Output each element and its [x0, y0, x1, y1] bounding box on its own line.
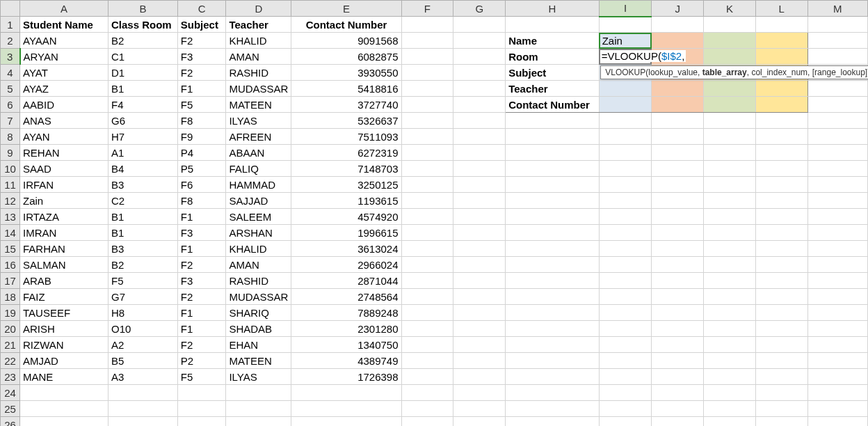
- cell-A9[interactable]: REHAN: [20, 145, 108, 161]
- cell-F12[interactable]: [401, 193, 453, 209]
- cell-J22[interactable]: [652, 353, 704, 369]
- cell-C21[interactable]: F2: [177, 337, 226, 353]
- cell-L11[interactable]: [755, 177, 807, 193]
- cell-I26[interactable]: [599, 417, 652, 427]
- cell-F5[interactable]: [401, 81, 453, 97]
- cell-J8[interactable]: [652, 129, 704, 145]
- col-header-I[interactable]: I: [599, 1, 652, 17]
- col-header-A[interactable]: A: [20, 1, 108, 17]
- col-header-C[interactable]: C: [177, 1, 226, 17]
- cell-L26[interactable]: [755, 417, 807, 427]
- cell-D19[interactable]: SHARIQ: [226, 305, 291, 321]
- cell-M24[interactable]: [807, 385, 867, 401]
- cell-A13[interactable]: IRTAZA: [20, 209, 108, 225]
- cell-F2[interactable]: [401, 33, 453, 49]
- cell-J1[interactable]: [652, 17, 704, 33]
- cell-F19[interactable]: [401, 305, 453, 321]
- row-header-17[interactable]: 17: [1, 273, 20, 289]
- cell-J9[interactable]: [652, 145, 704, 161]
- cell-B20[interactable]: O10: [108, 321, 178, 337]
- row-header-20[interactable]: 20: [1, 321, 20, 337]
- cell-F26[interactable]: [401, 417, 453, 427]
- cell-H9[interactable]: [506, 145, 599, 161]
- cell-E18[interactable]: 2748564: [291, 289, 401, 305]
- cell-D16[interactable]: AMAN: [226, 257, 291, 273]
- cell-L9[interactable]: [755, 145, 807, 161]
- cell-K14[interactable]: [704, 225, 756, 241]
- cell-H22[interactable]: [506, 353, 599, 369]
- cell-B6[interactable]: F4: [108, 97, 178, 113]
- cell-H4[interactable]: Subject: [506, 65, 599, 81]
- cell-I1[interactable]: [599, 17, 652, 33]
- cell-G17[interactable]: [453, 273, 506, 289]
- cell-M1[interactable]: [807, 17, 867, 33]
- cell-G9[interactable]: [453, 145, 506, 161]
- cell-L14[interactable]: [755, 225, 807, 241]
- cell-B1[interactable]: Class Room: [108, 17, 178, 33]
- cell-G5[interactable]: [453, 81, 506, 97]
- cell-L24[interactable]: [755, 385, 807, 401]
- row-header-4[interactable]: 4: [1, 65, 20, 81]
- cell-I8[interactable]: [599, 129, 652, 145]
- cell-L7[interactable]: [755, 113, 807, 129]
- cell-H17[interactable]: [506, 273, 599, 289]
- cell-H12[interactable]: [506, 193, 599, 209]
- cell-A6[interactable]: AABID: [20, 97, 108, 113]
- cell-B21[interactable]: A2: [108, 337, 178, 353]
- cell-K25[interactable]: [704, 401, 756, 417]
- cell-L17[interactable]: [755, 273, 807, 289]
- cell-M18[interactable]: [807, 289, 867, 305]
- cell-J11[interactable]: [652, 177, 704, 193]
- cell-H8[interactable]: [506, 129, 599, 145]
- cell-M5[interactable]: [807, 81, 867, 97]
- cell-E23[interactable]: 1726398: [291, 369, 401, 385]
- cell-F3[interactable]: [401, 49, 453, 65]
- cell-A11[interactable]: IRFAN: [20, 177, 108, 193]
- cell-M16[interactable]: [807, 257, 867, 273]
- cell-I23[interactable]: [599, 369, 652, 385]
- cell-F23[interactable]: [401, 369, 453, 385]
- row-header-6[interactable]: 6: [1, 97, 20, 113]
- cell-B10[interactable]: B4: [108, 161, 178, 177]
- cell-M26[interactable]: [807, 417, 867, 427]
- cell-G2[interactable]: [453, 33, 506, 49]
- cell-L3[interactable]: [755, 49, 807, 65]
- cell-K8[interactable]: [704, 129, 756, 145]
- cell-B26[interactable]: [108, 417, 178, 427]
- cell-I13[interactable]: [599, 209, 652, 225]
- cell-L23[interactable]: [755, 369, 807, 385]
- cell-C7[interactable]: F8: [177, 113, 226, 129]
- cell-F8[interactable]: [401, 129, 453, 145]
- cell-J15[interactable]: [652, 241, 704, 257]
- cell-L6[interactable]: [755, 97, 807, 113]
- cell-E21[interactable]: 1340750: [291, 337, 401, 353]
- row-header-13[interactable]: 13: [1, 209, 20, 225]
- row-header-3[interactable]: 3: [1, 49, 20, 65]
- cell-D17[interactable]: RASHID: [226, 273, 291, 289]
- cell-I5[interactable]: [599, 81, 652, 97]
- cell-B4[interactable]: D1: [108, 65, 178, 81]
- cell-M21[interactable]: [807, 337, 867, 353]
- cell-D23[interactable]: ILYAS: [226, 369, 291, 385]
- cell-L20[interactable]: [755, 321, 807, 337]
- cell-E16[interactable]: 2966024: [291, 257, 401, 273]
- cell-A16[interactable]: SALMAN: [20, 257, 108, 273]
- cell-J14[interactable]: [652, 225, 704, 241]
- cell-D7[interactable]: ILYAS: [226, 113, 291, 129]
- cell-K18[interactable]: [704, 289, 756, 305]
- cell-G25[interactable]: [453, 401, 506, 417]
- cell-A21[interactable]: RIZWAN: [20, 337, 108, 353]
- cell-L1[interactable]: [755, 17, 807, 33]
- cell-I3[interactable]: =VLOOKUP($I$2,: [599, 49, 652, 65]
- cell-C6[interactable]: F5: [177, 97, 226, 113]
- grid[interactable]: A B C D E F G H I J K L M 1Student NameC…: [0, 0, 868, 426]
- cell-B24[interactable]: [108, 385, 178, 401]
- cell-K15[interactable]: [704, 241, 756, 257]
- cell-I15[interactable]: [599, 241, 652, 257]
- cell-L18[interactable]: [755, 289, 807, 305]
- cell-I7[interactable]: [599, 113, 652, 129]
- cell-K26[interactable]: [704, 417, 756, 427]
- cell-A8[interactable]: AYAN: [20, 129, 108, 145]
- cell-E20[interactable]: 2301280: [291, 321, 401, 337]
- cell-J6[interactable]: [652, 97, 704, 113]
